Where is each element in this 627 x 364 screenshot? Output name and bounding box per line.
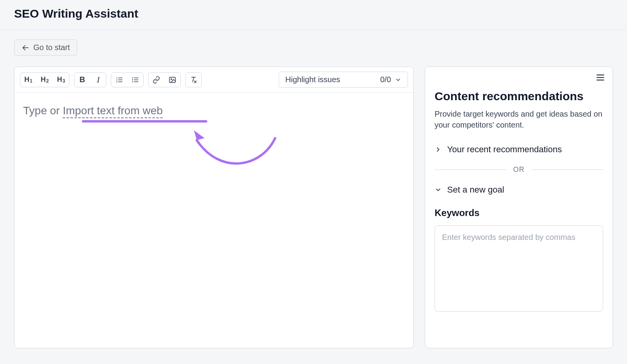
insert-group [148, 72, 181, 87]
panel-menu-button[interactable] [595, 72, 605, 83]
separator-line [435, 169, 506, 170]
recent-recommendations-label: Your recent recommendations [447, 144, 562, 155]
svg-point-14 [171, 79, 172, 80]
chevron-down-icon [395, 77, 401, 83]
separator-line [532, 169, 603, 170]
bold-icon: B [80, 75, 85, 84]
link-button[interactable] [149, 73, 164, 87]
recent-recommendations-toggle[interactable]: Your recent recommendations [435, 141, 603, 159]
or-separator: OR [435, 166, 603, 174]
clear-format-icon [190, 76, 198, 84]
heading-group: H1 H2 H3 [20, 72, 69, 87]
clear-format-button[interactable] [186, 73, 201, 87]
editor-placeholder: Type or Import text from web [23, 105, 405, 117]
ordered-list-icon: 123 [115, 76, 123, 84]
editor-body[interactable]: Type or Import text from web [14, 93, 413, 348]
h2-button[interactable]: H2 [36, 73, 53, 87]
set-new-goal-toggle[interactable]: Set a new goal [435, 181, 603, 199]
clear-group [185, 72, 202, 87]
keywords-input[interactable] [435, 225, 603, 312]
h3-button[interactable]: H3 [53, 73, 69, 87]
unordered-list-icon [131, 76, 139, 84]
svg-point-11 [132, 79, 133, 80]
page-title: SEO Writing Assistant [14, 7, 613, 20]
unordered-list-button[interactable] [127, 73, 143, 87]
or-label: OR [513, 166, 525, 174]
recommendations-description: Provide target keywords and get ideas ba… [435, 108, 603, 130]
svg-point-10 [132, 77, 133, 78]
arrow-left-icon [22, 44, 29, 52]
set-new-goal-label: Set a new goal [447, 185, 504, 195]
go-to-start-button[interactable]: Go to start [14, 40, 77, 56]
annotation-arrow-icon [183, 123, 285, 173]
recommendations-panel: Content recommendations Provide target k… [425, 67, 613, 348]
svg-text:3: 3 [116, 80, 118, 83]
link-icon [152, 76, 160, 84]
page-header: SEO Writing Assistant [0, 0, 627, 30]
bold-button[interactable]: B [74, 73, 90, 87]
sub-header: Go to start [0, 30, 627, 56]
main-area: H1 H2 H3 B I 123 [0, 56, 627, 359]
image-icon [169, 76, 176, 84]
list-group: 123 [111, 72, 143, 87]
chevron-right-icon [435, 146, 442, 153]
italic-icon: I [97, 75, 100, 85]
editor-panel: H1 H2 H3 B I 123 [14, 67, 414, 348]
import-text-link[interactable]: Import text from web [63, 105, 163, 118]
placeholder-prefix: Type or [23, 105, 63, 117]
format-group: B I [74, 72, 106, 87]
highlight-issues-label: Highlight issues [285, 75, 340, 84]
editor-toolbar: H1 H2 H3 B I 123 [14, 67, 413, 93]
chevron-down-icon [435, 186, 442, 193]
image-button[interactable] [164, 73, 180, 87]
ordered-list-button[interactable]: 123 [111, 73, 127, 87]
highlight-issues-count: 0/0 [380, 75, 391, 84]
recommendations-title: Content recommendations [435, 90, 603, 103]
highlight-issues-dropdown[interactable]: Highlight issues 0/0 [279, 72, 408, 88]
go-to-start-label: Go to start [33, 43, 70, 52]
h1-button[interactable]: H1 [20, 73, 36, 87]
keywords-heading: Keywords [435, 207, 603, 218]
svg-point-12 [132, 81, 133, 82]
italic-button[interactable]: I [90, 73, 106, 87]
